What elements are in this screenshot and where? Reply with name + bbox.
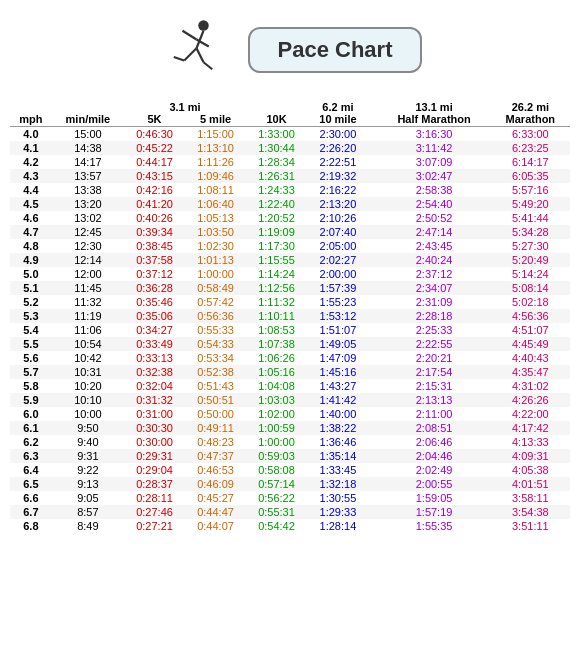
table-cell: 11:32 [52, 295, 124, 309]
table-cell: 0:27:46 [124, 505, 185, 519]
table-cell: 5.8 [10, 379, 52, 393]
table-cell: 0:59:03 [246, 449, 307, 463]
table-cell: 1:06:26 [246, 351, 307, 365]
table-cell: 12:14 [52, 253, 124, 267]
table-cell: 1:08:11 [185, 183, 246, 197]
table-cell [369, 281, 378, 295]
table-cell: 1:51:07 [307, 323, 369, 337]
table-cell: 4:51:07 [491, 323, 570, 337]
empty-header [10, 100, 124, 113]
table-cell: 4:31:02 [491, 379, 570, 393]
runner-icon [158, 15, 228, 85]
table-cell: 11:06 [52, 323, 124, 337]
table-cell: 4:01:51 [491, 477, 570, 491]
table-cell: 2:08:51 [377, 421, 490, 435]
table-cell: 11:19 [52, 309, 124, 323]
table-cell: 0:56:22 [246, 491, 307, 505]
table-cell: 2:07:40 [307, 225, 369, 239]
group2-header: 6.2 mi [307, 100, 369, 113]
table-cell: 4.8 [10, 239, 52, 253]
table-cell: 4.3 [10, 169, 52, 183]
table-cell: 13:57 [52, 169, 124, 183]
table-cell: 9:13 [52, 477, 124, 491]
table-cell: 2:30:00 [307, 127, 369, 142]
table-cell: 2:19:32 [307, 169, 369, 183]
table-cell: 10:10 [52, 393, 124, 407]
table-cell: 1:33:45 [307, 463, 369, 477]
table-cell: 4:35:47 [491, 365, 570, 379]
table-cell: 1:57:39 [307, 281, 369, 295]
table-cell: 4.9 [10, 253, 52, 267]
table-cell [369, 379, 378, 393]
table-cell: 4:22:00 [491, 407, 570, 421]
table-cell: 9:05 [52, 491, 124, 505]
table-cell: 4:56:36 [491, 309, 570, 323]
table-cell: 0:39:34 [124, 225, 185, 239]
table-cell: 1:09:46 [185, 169, 246, 183]
table-cell: 1:12:56 [246, 281, 307, 295]
table-cell: 6.0 [10, 407, 52, 421]
table-cell: 0:33:13 [124, 351, 185, 365]
table-cell: 1:41:42 [307, 393, 369, 407]
table-cell: 1:53:12 [307, 309, 369, 323]
table-cell: 6.7 [10, 505, 52, 519]
table-cell: 2:06:46 [377, 435, 490, 449]
table-cell: 2:16:22 [307, 183, 369, 197]
table-cell: 1:15:55 [246, 253, 307, 267]
table-cell: 14:17 [52, 155, 124, 169]
table-cell: 1:28:14 [307, 519, 369, 533]
table-cell [369, 253, 378, 267]
table-cell: 2:17:54 [377, 365, 490, 379]
table-cell: 0:58:08 [246, 463, 307, 477]
table-cell: 2:20:21 [377, 351, 490, 365]
table-row: 4.613:020:40:261:05:131:20:522:10:262:50… [10, 211, 570, 225]
table-row: 6.19:500:30:300:49:111:00:591:38:222:08:… [10, 421, 570, 435]
table-cell: 2:40:24 [377, 253, 490, 267]
table-cell: 0:43:15 [124, 169, 185, 183]
table-cell: 1:02:00 [246, 407, 307, 421]
table-cell: 4:05:38 [491, 463, 570, 477]
table-cell: 5:27:30 [491, 239, 570, 253]
table-cell: 0:58:49 [185, 281, 246, 295]
table-cell [369, 323, 378, 337]
table-cell: 5.9 [10, 393, 52, 407]
table-cell: 0:52:38 [185, 365, 246, 379]
mph-header: mph [10, 113, 52, 127]
spacer-header [369, 100, 378, 113]
table-cell: 0:34:27 [124, 323, 185, 337]
table-cell [369, 393, 378, 407]
table-cell: 5:02:18 [491, 295, 570, 309]
marathon-header: Marathon [491, 113, 570, 127]
table-cell [369, 435, 378, 449]
table-cell: 2:26:20 [307, 141, 369, 155]
table-cell: 13:20 [52, 197, 124, 211]
table-row: 6.59:130:28:370:46:090:57:141:32:182:00:… [10, 477, 570, 491]
table-cell: 4.1 [10, 141, 52, 155]
table-cell: 0:49:11 [185, 421, 246, 435]
5mile-header: 5 mile [185, 113, 246, 127]
table-row: 6.010:000:31:000:50:001:02:001:40:002:11… [10, 407, 570, 421]
table-cell: 1:05:16 [246, 365, 307, 379]
table-cell [369, 211, 378, 225]
table-cell: 5:14:24 [491, 267, 570, 281]
table-cell: 3:51:11 [491, 519, 570, 533]
table-cell: 1:11:26 [185, 155, 246, 169]
table-cell: 0:50:00 [185, 407, 246, 421]
table-cell: 1:01:13 [185, 253, 246, 267]
table-cell: 0:56:36 [185, 309, 246, 323]
table-cell: 1:38:22 [307, 421, 369, 435]
table-cell: 6:23:25 [491, 141, 570, 155]
table-cell: 4:26:26 [491, 393, 570, 407]
table-row: 6.39:310:29:310:47:370:59:031:35:142:04:… [10, 449, 570, 463]
table-cell: 2:43:45 [377, 239, 490, 253]
table-cell: 1:24:33 [246, 183, 307, 197]
table-cell: 2:22:55 [377, 337, 490, 351]
table-row: 4.413:380:42:161:08:111:24:332:16:222:58… [10, 183, 570, 197]
table-cell: 5.7 [10, 365, 52, 379]
table-cell: 0:32:04 [124, 379, 185, 393]
table-cell: 1:03:03 [246, 393, 307, 407]
table-cell: 2:10:26 [307, 211, 369, 225]
table-cell: 6:14:17 [491, 155, 570, 169]
table-cell: 1:28:34 [246, 155, 307, 169]
table-cell: 15:00 [52, 127, 124, 142]
